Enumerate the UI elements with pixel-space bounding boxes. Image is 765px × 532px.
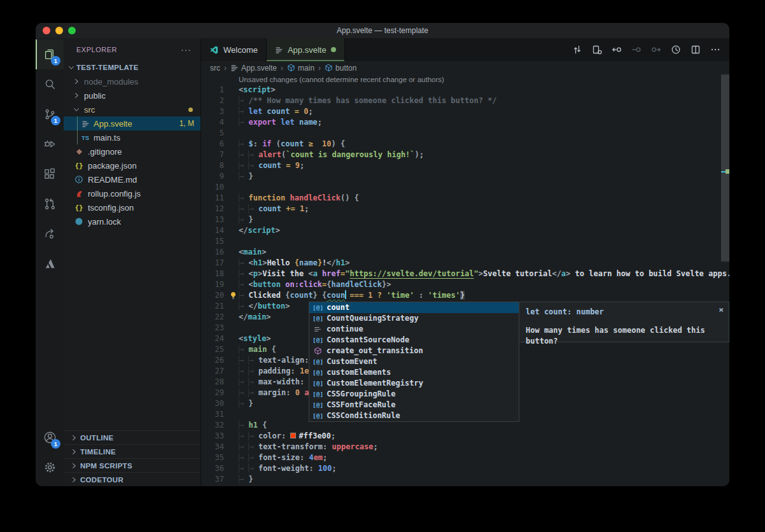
file-row-package-json[interactable]: {}package.json (64, 158, 200, 172)
compare-changes-icon[interactable] (572, 45, 582, 55)
tab-whitespace-arrow: → (248, 442, 258, 451)
split-editor-icon[interactable] (691, 45, 701, 55)
code-line-9[interactable]: 9→ } (201, 171, 729, 182)
line-number: 21 (201, 301, 229, 312)
suggest-item-countqueuingstrategy[interactable]: [@]CountQueuingStrategy (309, 313, 519, 324)
activity-bar-item-azure[interactable] (36, 249, 64, 279)
tab-whitespace-arrow: → (248, 377, 258, 386)
previous-change-icon[interactable] (612, 45, 622, 55)
file-row-main-ts[interactable]: TSmain.ts (64, 130, 200, 144)
activity-bar-item-source-control[interactable]: 1 (36, 99, 64, 129)
code-line-5[interactable]: 5 (201, 128, 729, 139)
folder-row-node-modules[interactable]: node_modules (64, 74, 200, 88)
code-editor[interactable]: Unsaved changes (cannot determine recent… (201, 74, 729, 486)
breadcrumb-item-main[interactable]: main (287, 64, 314, 73)
code-line-13[interactable]: 13→ } (201, 214, 729, 225)
line-number: 16 (201, 247, 229, 258)
close-icon[interactable]: × (719, 304, 724, 315)
tab-welcome[interactable]: Welcome (201, 38, 267, 61)
code-line-15[interactable]: 15 (201, 236, 729, 247)
next-change-icon[interactable] (651, 45, 661, 55)
code-line-2[interactable]: 2→ /** How many times has someone clicke… (201, 95, 729, 106)
more-actions-icon[interactable] (710, 45, 720, 55)
code-line-10[interactable]: 10 (201, 182, 729, 193)
code-line-14[interactable]: 14</script> (201, 225, 729, 236)
suggest-item-customelementregistry[interactable]: [@]CustomElementRegistry (309, 378, 519, 389)
file-row-yarn-lock[interactable]: yarn.lock (64, 214, 200, 228)
more-actions-icon[interactable]: ··· (181, 45, 192, 55)
file-row-tsconfig-json[interactable]: {}tsconfig.json (64, 200, 200, 214)
sidebar-panel-outline[interactable]: OUTLINE (64, 430, 200, 444)
code-line-7[interactable]: 7→ → alert(`count is dangerously high!`)… (201, 150, 729, 160)
suggest-item-customelements[interactable]: [@]customElements (309, 367, 519, 378)
code-line-3[interactable]: 3→ let count = 0; (201, 106, 729, 117)
activity-bar-item-accounts[interactable]: 1 (36, 423, 64, 452)
code-line-20[interactable]: 20→ Clicked {count} {coun === 1 ? 'time'… (201, 290, 729, 301)
token: ? (377, 291, 382, 300)
breadcrumb-item-src[interactable]: src (210, 64, 220, 73)
scrollbar[interactable] (721, 74, 729, 262)
color-swatch (290, 433, 296, 438)
workspace-section-header[interactable]: TEST-TEMPLATE (64, 60, 200, 74)
gutter-spacer (229, 279, 239, 290)
gutter-spacer (229, 442, 239, 452)
ts-icon: TS (80, 134, 90, 141)
center-change-icon[interactable] (631, 45, 642, 55)
minimize-button[interactable] (55, 27, 63, 34)
gutter-spacer (229, 193, 239, 204)
activity-bar-item-live-share[interactable] (36, 219, 64, 249)
code-line-34[interactable]: 34→ → text-transform: uppercase; (201, 442, 729, 452)
suggest-item-count[interactable]: [@]count (309, 302, 519, 313)
token: : (300, 377, 309, 386)
sidebar-panel-codetour[interactable]: CODETOUR (64, 472, 200, 486)
suggest-item-constantsourcenode[interactable]: [@]ConstantSourceNode (309, 335, 519, 346)
suggest-item-cssfontfacerule[interactable]: [@]CSSFontFaceRule (309, 400, 519, 410)
open-changes-icon[interactable] (592, 45, 602, 55)
code-line-19[interactable]: 19→ <button on:click={handleClick}> (201, 279, 729, 290)
code-line-16[interactable]: 16<main> (201, 247, 729, 258)
code-line-12[interactable]: 12→ → count += 1; (201, 204, 729, 214)
file-row-rollup-config-js[interactable]: rollup.config.js (64, 186, 200, 200)
sidebar-panel-npm-scripts[interactable]: NPM SCRIPTS (64, 458, 200, 472)
code-line-35[interactable]: 35→ → font-size: 4em; (201, 452, 729, 463)
code-line-1[interactable]: 1<script> (201, 85, 729, 95)
code-line-8[interactable]: 8→ → count = 9; (201, 160, 729, 171)
maximize-button[interactable] (68, 27, 76, 34)
activity-bar-item-extensions[interactable] (36, 159, 64, 189)
file-row--gitignore[interactable]: .gitignore (64, 144, 200, 158)
gutter-spacer (229, 204, 239, 214)
activity-bar-item-github-pull-requests[interactable] (36, 189, 64, 219)
breadcrumb-item-button[interactable]: button (325, 64, 356, 73)
code-line-37[interactable]: 37→ } (201, 474, 729, 485)
code-line-33[interactable]: 33→ → color: #ff3e00; (201, 431, 729, 442)
activity-bar-item-explorer[interactable]: 1 (36, 39, 64, 69)
code-line-11[interactable]: 11→ function handleClick() { (201, 193, 729, 204)
suggest-item-continue[interactable]: continue (309, 324, 519, 335)
tab-app-svelte[interactable]: App.svelte (267, 38, 345, 61)
suggest-item-create_out_transition[interactable]: create_out_transition (309, 346, 519, 356)
code-line-17[interactable]: 17→ <h1>Hello {name}!</h1> (201, 258, 729, 269)
suggest-item-customevent[interactable]: [@]CustomEvent (309, 356, 519, 367)
code-line-4[interactable]: 4→ export let name; (201, 117, 729, 128)
close-button[interactable] (43, 27, 50, 34)
file-row-app-svelte[interactable]: App.svelte1, M (64, 116, 200, 130)
sidebar-panels: OUTLINETIMELINENPM SCRIPTSCODETOUR (64, 430, 200, 486)
folder-row-public[interactable]: public (64, 88, 200, 102)
token: style (243, 334, 266, 343)
code-line-18[interactable]: 18→ <p>Visit the <a href="https://svelte… (201, 269, 729, 279)
symbol-variable-icon: [@] (312, 335, 323, 346)
code-line-6[interactable]: 6→ $: if (count ≥ 10) { (201, 139, 729, 150)
activity-bar-item-run-and-debug[interactable] (36, 129, 64, 159)
folder-row-src[interactable]: src (64, 102, 200, 116)
chevron-down-icon (73, 106, 80, 113)
suggest-item-cssgroupingrule[interactable]: [@]CSSGroupingRule (309, 389, 519, 400)
file-history-icon[interactable] (671, 45, 681, 55)
editor-toolbar (572, 38, 729, 61)
breadcrumb-item-app-svelte[interactable]: App.svelte (230, 64, 277, 73)
code-line-36[interactable]: 36→ → font-weight: 100; (201, 463, 729, 474)
activity-bar-item-search[interactable] (36, 69, 64, 99)
file-row-readme-md[interactable]: README.md (64, 172, 200, 186)
activity-bar-item-settings[interactable] (36, 452, 64, 482)
suggest-item-cssconditionrule[interactable]: [@]CSSConditionRule (309, 410, 519, 421)
sidebar-panel-timeline[interactable]: TIMELINE (64, 444, 200, 458)
